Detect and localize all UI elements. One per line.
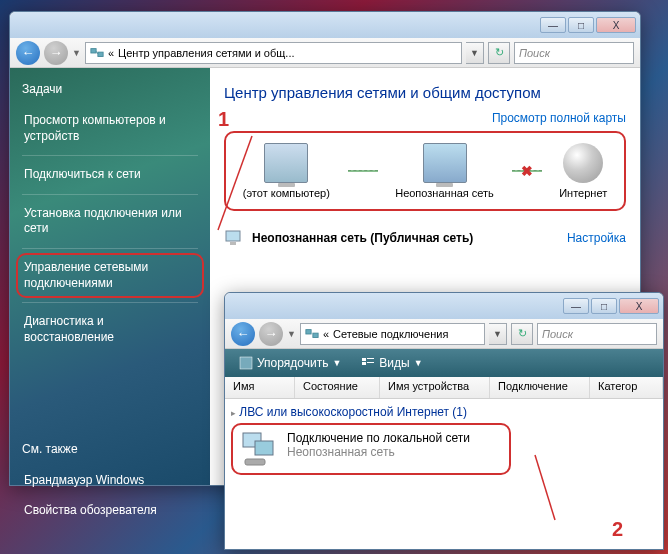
lan-icon	[239, 431, 279, 467]
connection-text: Подключение по локальной сети Неопознанн…	[287, 431, 470, 467]
sidebar-item-manage-connections[interactable]: Управление сетевыми подключениями	[16, 253, 204, 298]
svg-rect-13	[255, 441, 273, 455]
connection-status: Неопознанная сеть	[287, 445, 470, 459]
breadcrumb-text: Сетевые подключения	[333, 328, 448, 340]
network-status-row: Неопознанная сеть (Публичная сеть) Настр…	[224, 229, 626, 247]
views-menu[interactable]: Виды ▼	[355, 354, 428, 372]
forward-button[interactable]: →	[259, 322, 283, 346]
configure-link[interactable]: Настройка	[567, 231, 626, 245]
globe-icon	[563, 143, 603, 183]
node-internet: Интернет	[559, 143, 607, 199]
svg-rect-11	[367, 362, 374, 363]
connector-ok	[348, 170, 378, 172]
sidebar-item-view-computers[interactable]: Просмотр компьютеров и устройств	[22, 106, 198, 151]
close-button[interactable]: X	[619, 298, 659, 314]
forward-button[interactable]: →	[44, 41, 68, 65]
svg-rect-10	[367, 358, 374, 359]
col-connection[interactable]: Подключение	[490, 377, 590, 398]
sidebar-header: Задачи	[22, 82, 198, 96]
breadcrumb-prefix: «	[323, 328, 329, 340]
col-status[interactable]: Состояние	[295, 377, 380, 398]
network-name: Неопознанная сеть (Публичная сеть)	[252, 231, 473, 245]
tasks-sidebar: Задачи Просмотр компьютеров и устройств …	[10, 68, 210, 485]
column-headers: Имя Состояние Имя устройства Подключение…	[225, 377, 663, 399]
see-also-header: См. также	[22, 442, 198, 456]
address-bar[interactable]: « Центр управления сетями и общ...	[85, 42, 462, 64]
titlebar: — □ X	[10, 12, 640, 38]
connection-name: Подключение по локальной сети	[287, 431, 470, 445]
node-network: Неопознанная сеть	[395, 143, 494, 199]
sidebar-item-connect[interactable]: Подключиться к сети	[22, 160, 198, 190]
search-input[interactable]: Поиск	[514, 42, 634, 64]
annotation-1: 1	[218, 108, 229, 131]
svg-rect-6	[313, 333, 318, 337]
svg-rect-4	[230, 242, 236, 245]
sidebar-item-browser-props[interactable]: Свойства обозревателя	[22, 496, 198, 526]
search-input[interactable]: Поиск	[537, 323, 657, 345]
nav-chevron-icon: ▼	[287, 329, 296, 339]
breadcrumb-text: Центр управления сетями и общ...	[118, 47, 294, 59]
maximize-button[interactable]: □	[591, 298, 617, 314]
group-header[interactable]: ▸ ЛВС или высокоскоростной Интернет (1)	[231, 405, 657, 419]
titlebar: — □ X	[225, 293, 663, 319]
page-title: Центр управления сетями и общим доступом	[224, 84, 626, 101]
sidebar-item-diagnose[interactable]: Диагностика и восстановление	[22, 307, 198, 352]
chevron-down-icon: ▼	[332, 358, 341, 368]
views-label: Виды	[379, 356, 409, 370]
navbar: ← → ▼ « Сетевые подключения ▼ ↻ Поиск	[225, 319, 663, 349]
node-network-label: Неопознанная сеть	[395, 187, 494, 199]
computer-icon	[264, 143, 308, 183]
svg-rect-5	[306, 329, 311, 333]
node-internet-label: Интернет	[559, 187, 607, 199]
svg-rect-1	[98, 52, 103, 56]
connections-list: ▸ ЛВС или высокоскоростной Интернет (1) …	[225, 399, 663, 549]
network-icon	[90, 46, 104, 60]
breadcrumb-prefix: «	[108, 47, 114, 59]
svg-rect-9	[362, 362, 366, 365]
organize-label: Упорядочить	[257, 356, 328, 370]
node-computer-label: (этот компьютер)	[243, 187, 330, 199]
toolbar: Упорядочить ▼ Виды ▼	[225, 349, 663, 377]
chevron-down-icon: ▼	[414, 358, 423, 368]
network-connections-window: — □ X ← → ▼ « Сетевые подключения ▼ ↻ По…	[224, 292, 664, 550]
maximize-button[interactable]: □	[568, 17, 594, 33]
nav-chevron-icon: ▼	[72, 48, 81, 58]
sidebar-item-firewall[interactable]: Брандмауэр Windows	[22, 466, 198, 496]
refresh-button[interactable]: ↻	[511, 323, 533, 345]
chevron-right-icon: ▸	[231, 408, 236, 418]
address-dropdown[interactable]: ▼	[489, 323, 507, 345]
refresh-button[interactable]: ↻	[488, 42, 510, 64]
connector-fail	[512, 170, 542, 172]
minimize-button[interactable]: —	[563, 298, 589, 314]
back-button[interactable]: ←	[16, 41, 40, 65]
network-node-icon	[423, 143, 467, 183]
back-button[interactable]: ←	[231, 322, 255, 346]
connection-item[interactable]: Подключение по локальной сети Неопознанн…	[231, 423, 511, 475]
monitor-icon	[224, 229, 244, 247]
organize-icon	[239, 356, 253, 370]
address-bar[interactable]: « Сетевые подключения	[300, 323, 485, 345]
views-icon	[361, 356, 375, 370]
svg-rect-7	[240, 357, 252, 369]
address-dropdown[interactable]: ▼	[466, 42, 484, 64]
minimize-button[interactable]: —	[540, 17, 566, 33]
network-icon	[305, 327, 319, 341]
svg-rect-3	[226, 231, 240, 241]
view-full-map-link[interactable]: Просмотр полной карты	[224, 111, 626, 125]
svg-rect-14	[245, 459, 265, 465]
svg-rect-0	[91, 48, 96, 52]
annotation-2: 2	[612, 518, 623, 541]
col-name[interactable]: Имя	[225, 377, 295, 398]
organize-menu[interactable]: Упорядочить ▼	[233, 354, 347, 372]
col-device[interactable]: Имя устройства	[380, 377, 490, 398]
sidebar-item-setup[interactable]: Установка подключения или сети	[22, 199, 198, 244]
svg-rect-8	[362, 358, 366, 361]
network-diagram: (этот компьютер) Неопознанная сеть Интер…	[224, 131, 626, 211]
group-label: ЛВС или высокоскоростной Интернет (1)	[239, 405, 467, 419]
close-button[interactable]: X	[596, 17, 636, 33]
col-category[interactable]: Категор	[590, 377, 663, 398]
node-computer: (этот компьютер)	[243, 143, 330, 199]
navbar: ← → ▼ « Центр управления сетями и общ...…	[10, 38, 640, 68]
